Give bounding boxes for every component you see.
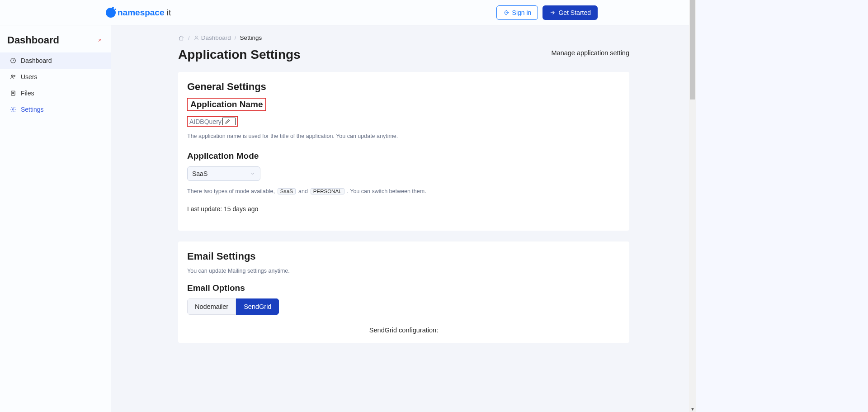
sidebar-item-label: Settings (21, 106, 44, 113)
scrollbar-thumb[interactable] (690, 0, 695, 99)
sidebar-item-settings[interactable]: Settings (0, 101, 111, 118)
app-mode-label: Application Mode (187, 151, 620, 161)
pencil-icon (225, 118, 231, 124)
sidebar-item-dashboard[interactable]: Dashboard (0, 52, 111, 69)
logo-text: namespace it (118, 8, 171, 18)
svg-point-4 (12, 109, 14, 110)
close-icon[interactable] (97, 38, 103, 43)
logo-icon (106, 8, 116, 18)
sidebar-item-label: Users (21, 73, 38, 81)
email-options-group: Nodemailer SendGrid (187, 298, 279, 315)
chevron-down-icon (250, 171, 255, 176)
last-update: Last update: 15 days ago (187, 205, 620, 213)
arrow-right-icon (549, 9, 556, 16)
email-options-label: Email Options (187, 283, 620, 293)
email-settings-help: You can update Mailing settings anytime. (187, 268, 620, 274)
email-option-nodemailer[interactable]: Nodemailer (187, 298, 236, 315)
page-title: Application Settings (178, 47, 301, 62)
gear-icon (10, 106, 16, 113)
app-mode-help: There two types of mode available, SaaS … (187, 188, 620, 194)
general-settings-heading: General Settings (187, 81, 620, 93)
user-icon (193, 35, 199, 41)
sendgrid-config-heading: SendGrid configuration: (187, 327, 620, 334)
sidebar: Dashboard Dashboard Users (0, 25, 111, 412)
sidebar-item-files[interactable]: Files (0, 85, 111, 101)
gauge-icon (10, 57, 16, 64)
logo[interactable]: namespace it (106, 8, 171, 18)
home-icon[interactable] (178, 35, 184, 41)
mode-tag-saas: SaaS (278, 188, 296, 194)
scroll-down-icon[interactable]: ▼ (690, 407, 695, 411)
sidebar-item-label: Dashboard (21, 57, 52, 64)
signin-button[interactable]: Sign in (496, 5, 538, 20)
sidebar-title: Dashboard (7, 34, 59, 46)
email-settings-heading: Email Settings (187, 251, 620, 262)
sidebar-item-users[interactable]: Users (0, 69, 111, 85)
get-started-button[interactable]: Get Started (542, 5, 598, 20)
mode-tag-personal: PERSONAL (311, 188, 344, 194)
email-option-sendgrid[interactable]: SendGrid (236, 298, 279, 315)
main-content: / Dashboard / Settings Application Setti… (111, 25, 696, 412)
app-name-value-box: AIDBQuery (187, 116, 238, 127)
signin-icon (503, 9, 509, 16)
breadcrumb-current: Settings (240, 34, 262, 41)
scrollbar[interactable]: ▼ (689, 0, 696, 412)
get-started-label: Get Started (558, 9, 591, 16)
app-name-help: The application name is used for the tit… (187, 133, 620, 139)
app-mode-value: SaaS (192, 170, 208, 177)
email-settings-card: Email Settings You can update Mailing se… (178, 242, 629, 343)
topbar: namespace it Sign in Get Started (0, 0, 696, 25)
svg-point-5 (195, 36, 197, 38)
breadcrumb: / Dashboard / Settings (178, 34, 629, 41)
page-subtitle: Manage application setting (551, 47, 629, 57)
app-name-label: Application Name (190, 99, 263, 109)
app-name-value: AIDBQuery (189, 118, 222, 125)
users-icon (10, 74, 16, 80)
app-mode-select[interactable]: SaaS (187, 166, 260, 181)
sidebar-item-label: Files (21, 90, 34, 97)
general-settings-card: General Settings Application Name AIDBQu… (178, 72, 629, 231)
svg-point-2 (14, 75, 15, 76)
signin-label: Sign in (512, 9, 532, 16)
app-name-label-box: Application Name (187, 98, 266, 111)
breadcrumb-dashboard[interactable]: Dashboard (193, 34, 231, 41)
edit-button[interactable] (222, 118, 236, 125)
files-icon (10, 90, 16, 96)
svg-point-1 (12, 75, 14, 77)
